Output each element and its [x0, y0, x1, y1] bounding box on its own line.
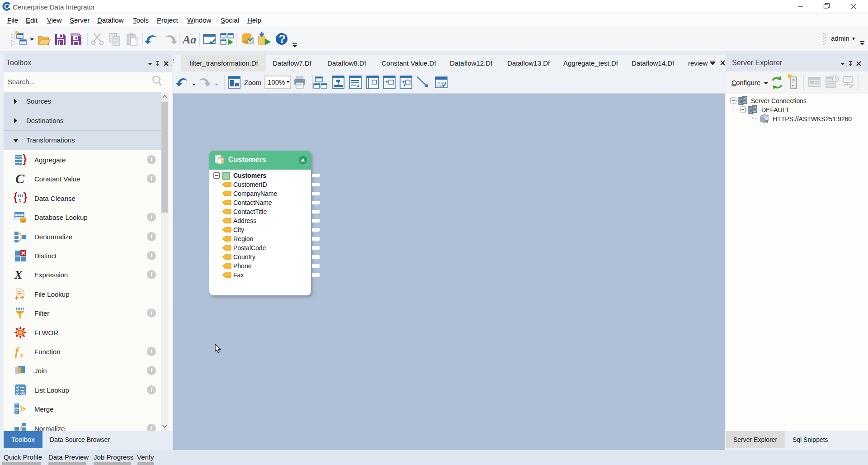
- svg-text:f: f: [15, 346, 20, 358]
- svg-text:DEFAULT: DEFAULT: [761, 106, 789, 114]
- svg-text:Server Connections: Server Connections: [751, 97, 807, 104]
- svg-text:?: ?: [279, 33, 286, 45]
- svg-text:Aa: Aa: [182, 33, 196, 46]
- svg-text:X: X: [14, 268, 23, 281]
- svg-text:x: x: [18, 197, 22, 204]
- svg-text:HTTPS://ASTWKS251:9260: HTTPS://ASTWKS251:9260: [773, 115, 852, 123]
- svg-text:Zoom: Zoom: [244, 79, 261, 86]
- svg-text:100%: 100%: [268, 78, 285, 86]
- svg-text:x: x: [19, 351, 24, 358]
- svg-text:10: 10: [437, 84, 441, 88]
- svg-text:C: C: [15, 172, 25, 185]
- svg-text:onfigure: onfigure: [736, 79, 760, 86]
